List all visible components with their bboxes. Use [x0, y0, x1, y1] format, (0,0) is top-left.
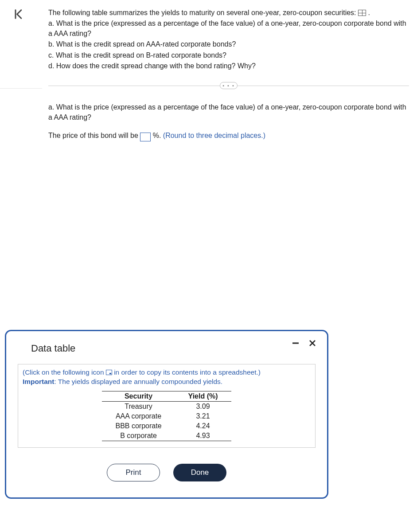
- question-intro: The following table summarizes the yield…: [48, 8, 409, 18]
- question-block: The following table summarizes the yield…: [48, 8, 409, 72]
- cell-security: Treasury: [102, 401, 175, 411]
- table-row: BBB corporate 4.24: [102, 421, 231, 431]
- yields-table: Security Yield (%) Treasury 3.09 AAA cor…: [102, 391, 231, 441]
- modal-instructions: (Click on the following icon in order to…: [23, 368, 311, 387]
- question-intro-post: .: [368, 9, 370, 16]
- answer-input-line: The price of this bond will be %. (Round…: [48, 130, 409, 141]
- data-table-icon[interactable]: [358, 10, 366, 16]
- question-intro-text: The following table summarizes the yield…: [48, 9, 358, 16]
- col-security: Security: [102, 391, 175, 401]
- question-part-b: b. What is the credit spread on AAA-rate…: [48, 39, 409, 49]
- table-row: Treasury 3.09: [102, 401, 231, 411]
- answer-part-a-prompt: a. What is the price (expressed as a per…: [48, 102, 409, 122]
- cell-yield: 4.24: [175, 421, 231, 431]
- question-part-c: c. What is the credit spread on B-rated …: [48, 51, 409, 60]
- instr-post: in order to copy its contents into a spr…: [114, 368, 261, 376]
- rounding-hint: (Round to three decimal places.): [163, 132, 265, 139]
- bond-price-input[interactable]: [140, 133, 151, 141]
- done-button[interactable]: Done: [173, 464, 226, 481]
- answer-line-post: %.: [153, 132, 163, 139]
- collapse-sidebar-button[interactable]: [12, 8, 25, 20]
- answer-area: a. What is the price (expressed as a per…: [48, 102, 409, 141]
- cell-yield: 4.93: [175, 431, 231, 441]
- cell-security: BBB corporate: [102, 421, 175, 431]
- data-table-modal: Data table (Click on the following icon …: [5, 330, 328, 499]
- col-yield: Yield (%): [175, 391, 231, 401]
- chevron-first-icon: [12, 8, 25, 20]
- answer-line-pre: The price of this bond will be: [48, 132, 140, 139]
- cell-yield: 3.09: [175, 401, 231, 411]
- modal-body: (Click on the following icon in order to…: [18, 364, 316, 448]
- close-button[interactable]: [308, 338, 317, 348]
- question-part-a: a. What is the price (expressed as a per…: [48, 19, 409, 39]
- modal-title: Data table: [31, 343, 314, 354]
- instr-pre: (Click on the following icon: [23, 368, 106, 376]
- important-label: Important: [23, 378, 54, 385]
- question-part-d: d. How does the credit spread change wit…: [48, 61, 409, 71]
- table-header-row: Security Yield (%): [102, 391, 231, 401]
- expand-toggle-button[interactable]: • • •: [220, 82, 238, 89]
- question-divider: • • •: [48, 82, 409, 89]
- cell-security: B corporate: [102, 431, 175, 441]
- cell-security: AAA corporate: [102, 411, 175, 421]
- modal-footer: Print Done: [6, 452, 327, 497]
- cell-yield: 3.21: [175, 411, 231, 421]
- copy-to-spreadsheet-icon[interactable]: [106, 370, 112, 375]
- table-row: AAA corporate 3.21: [102, 411, 231, 421]
- minimize-icon: [292, 339, 300, 347]
- table-row: B corporate 4.93: [102, 431, 231, 441]
- close-icon: [308, 339, 316, 347]
- modal-header: Data table: [6, 331, 327, 364]
- minimize-button[interactable]: [291, 338, 300, 348]
- print-button[interactable]: Print: [107, 464, 160, 481]
- important-text: : The yields displayed are annually comp…: [54, 378, 222, 385]
- modal-controls: [291, 338, 317, 348]
